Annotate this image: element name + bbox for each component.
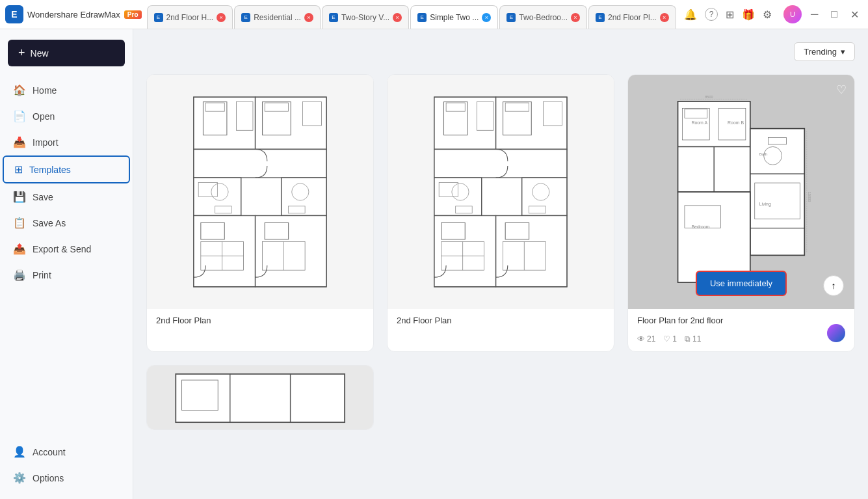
tab-tab1[interactable]: E2nd Floor H...× (147, 5, 233, 29)
tabs-bar: E2nd Floor H...×EResidential ...×ETwo-St… (147, 0, 677, 29)
tab-icon: E (241, 13, 250, 22)
svg-text:15000: 15000 (808, 192, 811, 202)
svg-text:Living: Living (759, 202, 771, 207)
template-title: 2nd Floor Plan (147, 309, 373, 332)
template-preview-partial (147, 366, 373, 430)
likes-stat: ♡ 1 (663, 334, 677, 344)
svg-text:8500: 8500 (705, 95, 713, 99)
tab-close-button[interactable]: × (660, 13, 669, 22)
sidebar-bottom-item-account[interactable]: 👤Account (3, 439, 130, 465)
new-label: New (31, 48, 49, 59)
template-stats-3: 👁 21 ♡ 1 ⧉ 11 (628, 332, 854, 351)
title-bar-icons: 🔔 ? ⊞ 🎁 ⚙ (677, 8, 778, 21)
svg-rect-35 (434, 149, 567, 178)
tab-tab4[interactable]: ESimple Two ...× (410, 5, 498, 29)
views-stat: 👁 21 (637, 334, 655, 344)
content-area: Trending ▾ (133, 29, 868, 499)
template-preview (388, 75, 614, 309)
template-card[interactable]: 2nd Floor Plan (387, 74, 614, 352)
sidebar: + New 🏠Home📄Open📥Import⊞Templates💾Save📋S… (0, 29, 133, 499)
minimize-button[interactable]: ─ (807, 7, 822, 21)
save-icon: 💾 (13, 191, 26, 203)
bell-icon[interactable]: 🔔 (684, 8, 697, 21)
gift-icon[interactable]: 🎁 (742, 8, 755, 21)
chevron-down-icon: ▾ (841, 47, 845, 57)
open-icon: 📄 (13, 110, 26, 122)
settings-icon[interactable]: ⚙ (763, 8, 772, 21)
sidebar-bottom-item-label: Options (33, 473, 64, 483)
template-title-3: Floor Plan for 2nd floor (628, 309, 854, 332)
svg-text:Room B: Room B (728, 120, 744, 125)
new-button[interactable]: + New (8, 40, 125, 66)
sidebar-item-print[interactable]: 🖨️Print (3, 262, 130, 288)
sidebar-item-import[interactable]: 📥Import (3, 129, 130, 155)
templates-grid: 2nd Floor Plan (146, 74, 855, 430)
app-logo: E Wondershare EdrawMax Pro (0, 5, 147, 23)
floor-plan-svg-1 (164, 92, 356, 291)
print-icon: 🖨️ (13, 269, 26, 281)
sidebar-item-export[interactable]: 📤Export & Send (3, 236, 130, 262)
sidebar-item-open[interactable]: 📄Open (3, 103, 130, 129)
close-button[interactable]: ✕ (847, 7, 863, 22)
sidebar-item-label: Home (33, 85, 57, 96)
sidebar-item-save[interactable]: 💾Save (3, 184, 130, 209)
templates-icon: ⊞ (14, 163, 23, 176)
app-logo-icon: E (5, 5, 23, 23)
svg-rect-48 (496, 215, 567, 286)
question-icon[interactable]: ? (705, 8, 718, 21)
tab-label: Two-Story V... (341, 13, 389, 22)
main-layout: + New 🏠Home📄Open📥Import⊞Templates💾Save📋S… (0, 29, 868, 499)
user-avatar[interactable]: U (783, 5, 802, 23)
app-name: Wondershare EdrawMax (27, 10, 120, 20)
new-plus-icon: + (18, 46, 25, 60)
tab-tab6[interactable]: E2nd Floor Pl...× (588, 5, 676, 29)
grid-icon[interactable]: ⊞ (726, 8, 734, 21)
floor-plan-svg-4 (170, 366, 350, 430)
template-stats (388, 332, 614, 342)
tab-close-button[interactable]: × (482, 13, 491, 22)
svg-rect-53 (750, 129, 804, 256)
content-header: Trending ▾ (146, 42, 855, 61)
tab-close-button[interactable]: × (217, 13, 226, 22)
trending-dropdown[interactable]: Trending ▾ (794, 42, 855, 61)
pro-badge: Pro (124, 10, 142, 19)
sidebar-item-label: Save As (33, 218, 66, 228)
tab-icon: E (329, 13, 338, 22)
tab-tab5[interactable]: ETwo-Bedroo...× (499, 5, 587, 29)
template-card-hovered[interactable]: Room A Room B Bath Living Bedroom (627, 74, 855, 352)
template-card[interactable]: 2nd Floor Plan (146, 74, 374, 352)
scroll-top-button[interactable]: ↑ (823, 275, 844, 296)
import-icon: 📥 (13, 136, 26, 148)
tab-close-button[interactable]: × (393, 13, 402, 22)
template-card-partial[interactable] (146, 365, 374, 430)
sidebar-item-label: Open (33, 111, 55, 122)
template-title: 2nd Floor Plan (388, 309, 614, 332)
tab-close-button[interactable]: × (304, 13, 313, 22)
sidebar-item-templates[interactable]: ⊞Templates (3, 155, 130, 183)
svg-rect-9 (194, 149, 326, 178)
tab-label: 2nd Floor H... (166, 13, 214, 22)
tab-close-button[interactable]: × (571, 13, 580, 22)
maximize-button[interactable]: □ (827, 7, 841, 21)
sidebar-item-save-as[interactable]: 📋Save As (3, 210, 130, 236)
svg-rect-40 (522, 178, 567, 215)
tab-tab2[interactable]: EResidential ...× (234, 5, 321, 29)
sidebar-item-label: Templates (29, 165, 71, 175)
tab-icon: E (417, 13, 427, 22)
save-as-icon: 📋 (13, 217, 26, 229)
tab-tab3[interactable]: ETwo-Story V...× (322, 5, 409, 29)
use-immediately-button[interactable]: Use immediately (696, 271, 787, 296)
eye-icon: 👁 (637, 334, 645, 344)
tab-label: Residential ... (254, 13, 301, 22)
svg-rect-14 (282, 178, 326, 215)
heart-icon[interactable]: ♡ (836, 83, 847, 97)
heart-stat-icon: ♡ (663, 334, 670, 344)
sidebar-item-label: Export & Send (33, 244, 91, 254)
sidebar-item-home[interactable]: 🏠Home (3, 77, 130, 103)
tab-icon: E (154, 13, 163, 22)
sidebar-bottom-item-options[interactable]: ⚙️Options (3, 465, 130, 491)
home-icon: 🏠 (13, 84, 26, 96)
options-icon: ⚙️ (13, 472, 26, 484)
tab-label: 2nd Floor Pl... (608, 13, 657, 22)
tab-label: Two-Bedroo... (519, 13, 568, 22)
